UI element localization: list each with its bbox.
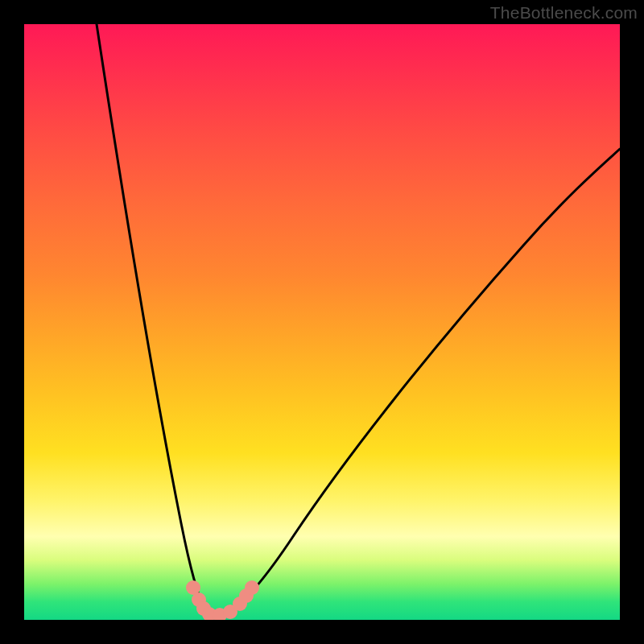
curve-layer — [24, 24, 620, 620]
watermark-text: TheBottleneck.com — [490, 3, 638, 23]
marker-dot — [245, 580, 259, 595]
curve-markers — [186, 580, 259, 620]
chart-frame: TheBottleneck.com — [0, 0, 644, 644]
bottleneck-curve — [97, 24, 620, 617]
plot-area — [24, 24, 620, 620]
